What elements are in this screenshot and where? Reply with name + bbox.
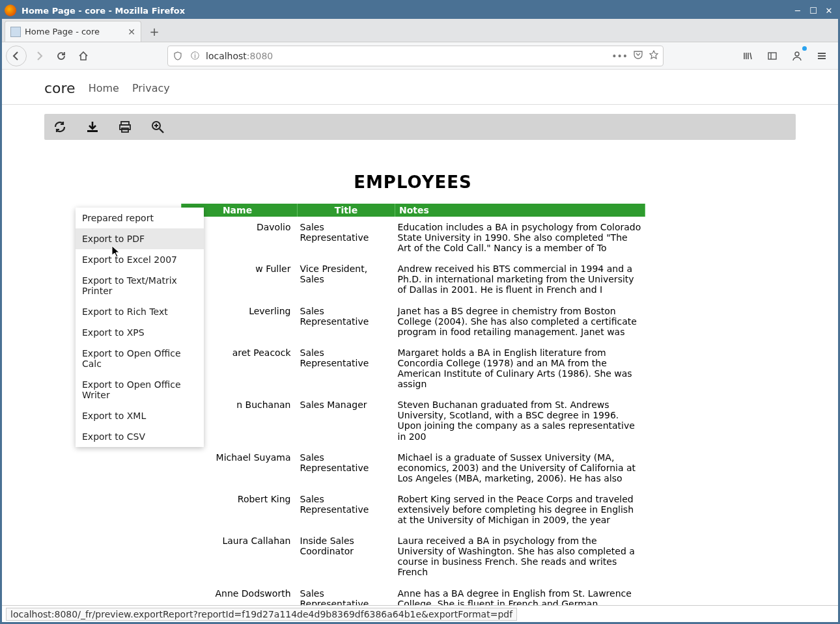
tracking-protection-icon[interactable] (172, 50, 184, 62)
cell-name: Laura Callahan (182, 530, 298, 582)
back-button[interactable] (6, 46, 27, 66)
cell-title: Sales Representative (298, 489, 395, 530)
employees-table: Name Title Notes DavolioSales Representa… (181, 204, 645, 609)
browser-tab[interactable]: Home Page - core ✕ (5, 21, 141, 42)
table-row: Robert KingSales RepresentativeRobert Ki… (182, 489, 645, 530)
page-actions-icon[interactable]: ••• (611, 51, 628, 61)
cell-title: Sales Representative (298, 342, 395, 394)
firefox-icon (5, 5, 16, 16)
cell-notes: Michael is a graduate of Sussex Universi… (395, 447, 645, 489)
export-menu-item[interactable]: Export to CSV (76, 426, 204, 447)
nav-link-home[interactable]: Home (89, 82, 119, 94)
export-menu-item[interactable]: Export to Open Office Calc (76, 343, 204, 374)
url-bar[interactable]: ⓘ localhost:8080 ••• (167, 46, 664, 66)
cell-notes: Andrew received his BTS commercial in 19… (395, 258, 645, 300)
cell-title: Sales Representative (298, 447, 395, 489)
window-close-button[interactable]: ✕ (822, 5, 835, 16)
pocket-icon[interactable] (633, 49, 643, 62)
window-title: Home Page - core - Mozilla Firefox (21, 6, 185, 16)
cell-name: Robert King (182, 489, 298, 530)
tab-strip: Home Page - core ✕ + (2, 19, 838, 42)
forward-button[interactable] (29, 46, 49, 66)
print-icon (118, 120, 132, 134)
report-print-button[interactable] (116, 118, 134, 136)
svg-point-2 (795, 52, 799, 56)
reload-button[interactable] (51, 46, 71, 66)
sidebar-icon (767, 51, 777, 61)
cell-notes: Margaret holds a BA in English literatur… (395, 342, 645, 394)
export-menu-item[interactable]: Export to PDF (76, 228, 204, 249)
cell-title: Vice President, Sales (298, 258, 395, 300)
sidebar-button[interactable] (763, 46, 782, 66)
notification-dot-icon (802, 46, 807, 51)
svg-rect-6 (122, 128, 128, 132)
cell-notes: Laura received a BA in psychology from t… (395, 530, 645, 582)
cell-title: Inside Sales Coordinator (298, 530, 395, 582)
export-menu-item[interactable]: Export to XPS (76, 322, 204, 343)
window-minimize-button[interactable]: ─ (791, 5, 804, 16)
table-row: aret PeacockSales RepresentativeMargaret… (182, 342, 645, 394)
svg-rect-3 (87, 130, 98, 132)
arrow-left-icon (11, 51, 21, 61)
cell-notes: Steven Buchanan graduated from St. Andre… (395, 394, 645, 446)
refresh-icon (53, 120, 67, 134)
svg-rect-0 (768, 53, 776, 59)
bookmark-star-icon[interactable] (649, 49, 659, 62)
account-icon (791, 50, 803, 62)
library-button[interactable] (738, 46, 757, 66)
cell-name: Michael Suyama (182, 447, 298, 489)
svg-line-8 (160, 129, 163, 133)
tab-close-button[interactable]: ✕ (128, 27, 135, 37)
report-refresh-button[interactable] (51, 118, 69, 136)
table-row: DavolioSales RepresentativeEducation inc… (182, 217, 645, 258)
report-export-button[interactable] (83, 118, 102, 136)
status-bar: localhost:8080/_fr/preview.exportReport?… (2, 605, 838, 622)
status-text: localhost:8080/_fr/preview.exportReport?… (6, 608, 517, 621)
url-text: localhost:8080 (206, 51, 606, 61)
site-nav: core Home Privacy (2, 70, 838, 105)
export-menu-item[interactable]: Export to Rich Text (76, 301, 204, 322)
home-button[interactable] (74, 46, 93, 66)
cell-title: Sales Manager (298, 394, 395, 446)
window-titlebar: Home Page - core - Mozilla Firefox ─ ☐ ✕ (2, 2, 838, 19)
tab-favicon (10, 27, 21, 37)
hamburger-icon (817, 51, 827, 61)
report-toolbar (44, 114, 796, 140)
download-icon (85, 120, 100, 134)
table-row: Michael SuyamaSales RepresentativeMichae… (182, 447, 645, 489)
zoom-in-icon (150, 120, 165, 134)
export-menu-item[interactable]: Export to Excel 2007 (76, 249, 204, 270)
browser-toolbar: ⓘ localhost:8080 ••• (2, 42, 838, 70)
cell-notes: Education includes a BA in psychology fr… (395, 217, 645, 258)
account-button[interactable] (787, 46, 807, 66)
table-row: LeverlingSales RepresentativeJanet has a… (182, 301, 645, 342)
new-tab-button[interactable]: + (145, 22, 163, 40)
table-row: w FullerVice President, SalesAndrew rece… (182, 258, 645, 300)
report-title: EMPLOYEES (181, 172, 645, 192)
tab-title: Home Page - core (25, 27, 100, 36)
report-zoom-button[interactable] (148, 118, 167, 136)
page-viewport: core Home Privacy EMPLOYEES (2, 70, 838, 609)
arrow-right-icon (34, 51, 44, 61)
table-header-title: Title (298, 204, 395, 217)
menu-button[interactable] (812, 46, 832, 66)
window-maximize-button[interactable]: ☐ (807, 5, 820, 16)
export-menu: Prepared reportExport to PDFExport to Ex… (76, 208, 204, 447)
site-brand[interactable]: core (44, 80, 76, 96)
reload-icon (56, 51, 66, 61)
library-icon (742, 51, 753, 61)
export-menu-item[interactable]: Export to Open Office Writer (76, 374, 204, 405)
cell-notes: Janet has a BS degree in chemistry from … (395, 301, 645, 342)
export-menu-item[interactable]: Prepared report (76, 208, 204, 228)
table-row: n BuchananSales ManagerSteven Buchanan g… (182, 394, 645, 446)
table-row: Laura CallahanInside Sales CoordinatorLa… (182, 530, 645, 582)
nav-link-privacy[interactable]: Privacy (132, 82, 170, 94)
export-menu-item[interactable]: Export to Text/Matrix Printer (76, 270, 204, 301)
export-menu-item[interactable]: Export to XML (76, 405, 204, 426)
cell-title: Sales Representative (298, 217, 395, 258)
table-header-notes: Notes (395, 204, 645, 217)
site-info-icon[interactable]: ⓘ (189, 50, 201, 62)
cell-notes: Robert King served in the Peace Corps an… (395, 489, 645, 530)
home-icon (78, 51, 89, 61)
cell-title: Sales Representative (298, 301, 395, 342)
